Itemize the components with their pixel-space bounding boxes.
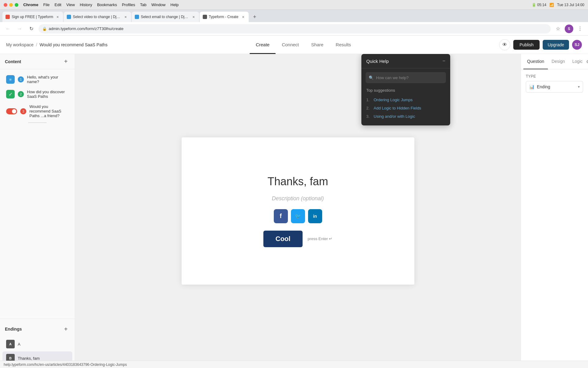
- form-canvas-area: Thanks, fam Description (optional) f 🐦 i…: [75, 54, 521, 368]
- facebook-share-icon[interactable]: f: [274, 209, 288, 223]
- linkedin-share-icon[interactable]: in: [308, 209, 322, 223]
- tab-1-close[interactable]: ✕: [55, 14, 60, 19]
- quick-help-suggestions: Top suggestions 1. Ordering Logic Jumps …: [361, 87, 450, 125]
- tab-1-title: Sign up FREE | Typeform: [12, 15, 53, 19]
- mac-menu-window[interactable]: Window: [151, 2, 165, 7]
- breadcrumb: My workspace / Would you recommend SaaS …: [6, 42, 107, 47]
- form-title[interactable]: Thanks, fam: [267, 175, 328, 188]
- battery-icon: 🔋 05:14: [532, 3, 546, 7]
- breadcrumb-separator: /: [36, 42, 37, 47]
- sidebar-divider: [0, 122, 75, 124]
- tab-2[interactable]: Select video to change | Djang... ✕: [64, 12, 131, 22]
- quick-help-suggestion-1[interactable]: 1. Ordering Logic Jumps: [366, 96, 445, 104]
- question-2-number: 2: [18, 91, 24, 97]
- mac-menu-bookmarks[interactable]: Bookmarks: [97, 2, 117, 7]
- maximize-window-dot[interactable]: [15, 3, 18, 7]
- tab-4-close[interactable]: ✕: [241, 14, 246, 19]
- sidebar-item-question-3[interactable]: 3 Would you recommend SaaS Paths ...a fr…: [2, 102, 72, 121]
- mac-traffic-lights[interactable]: [4, 3, 18, 7]
- suggestion-1-text[interactable]: Ordering Logic Jumps: [374, 98, 413, 102]
- mac-menu-tab[interactable]: Tab: [140, 2, 146, 7]
- quick-help-panel: Quick Help − 🔍 Top suggestions 1. Orderi…: [361, 54, 450, 125]
- twitter-share-icon[interactable]: 🐦: [291, 209, 305, 223]
- mac-menu-history[interactable]: History: [80, 2, 92, 7]
- mac-menu-file[interactable]: File: [43, 2, 50, 7]
- endings-title: Endings: [5, 327, 22, 332]
- minimize-window-dot[interactable]: [9, 3, 13, 7]
- quick-help-title: Quick Help: [366, 59, 389, 64]
- mac-menu-help[interactable]: Help: [171, 2, 179, 7]
- publish-button[interactable]: Publish: [513, 40, 540, 50]
- quick-help-search-bar[interactable]: 🔍: [366, 72, 446, 83]
- right-tab-question[interactable]: Question: [523, 54, 548, 69]
- forward-button[interactable]: →: [15, 25, 24, 33]
- ending-b-text: Thanks, fam: [18, 356, 69, 361]
- back-button[interactable]: ←: [4, 25, 12, 33]
- tab-1[interactable]: Sign up FREE | Typeform ✕: [2, 12, 63, 22]
- sidebar-content-header: Content +: [0, 54, 75, 69]
- press-enter-hint: press Enter ↵: [307, 236, 332, 241]
- quick-help-search-input[interactable]: [376, 75, 443, 80]
- quick-help-suggestion-2[interactable]: 2. Add Logic to Hidden Fields: [366, 104, 445, 112]
- chrome-address-bar: ← → ↻ 🔒 admin.typeform.com/form/z7T30lhu…: [0, 22, 588, 36]
- close-window-dot[interactable]: [4, 3, 7, 7]
- sidebar-item-question-1[interactable]: ≡ 1 Hello, what's your name?: [2, 72, 72, 86]
- sidebar-item-ending-a[interactable]: A A: [2, 337, 72, 351]
- user-profile-icon[interactable]: S: [565, 25, 573, 33]
- form-description[interactable]: Description (optional): [272, 195, 324, 202]
- suggestion-3-text[interactable]: Using and/or with Logic: [374, 114, 415, 119]
- question-3-text: Would you recommend SaaS Paths ...a frie…: [29, 104, 69, 118]
- main-navigation: Create Connect Share Results: [114, 36, 493, 54]
- suggestion-2-text[interactable]: Add Logic to Hidden Fields: [374, 106, 421, 110]
- add-ending-button[interactable]: +: [62, 325, 70, 333]
- question-2-icon: ✓: [6, 90, 15, 98]
- right-panel-content: Type 📊 Ending ▾: [521, 69, 588, 368]
- tab-3-close[interactable]: ✕: [191, 14, 196, 19]
- url-bar[interactable]: 🔒 admin.typeform.com/form/z7T30lhu/creat…: [39, 24, 551, 33]
- tab-4-active[interactable]: Typeform - Create ✕: [200, 12, 249, 22]
- quick-help-search-icon: 🔍: [369, 75, 374, 80]
- reload-button[interactable]: ↻: [27, 25, 36, 33]
- tab-3-title: Select email to change | Djang...: [141, 15, 189, 19]
- browser-status-bar: help.typeform.com/hc/en-us/articles/4403…: [0, 361, 588, 368]
- quick-help-minimize-button[interactable]: −: [443, 58, 445, 64]
- add-question-button[interactable]: +: [62, 58, 70, 66]
- right-tab-design[interactable]: Design: [548, 54, 569, 69]
- preview-button[interactable]: 👁: [499, 39, 510, 50]
- bookmark-icon[interactable]: ☆: [554, 25, 562, 33]
- nav-connect[interactable]: Connect: [276, 36, 305, 54]
- tab-3[interactable]: Select email to change | Djang... ✕: [132, 12, 199, 22]
- mac-menu-view[interactable]: View: [66, 2, 75, 7]
- mac-bar-left: Chrome File Edit View History Bookmarks …: [4, 2, 179, 7]
- sidebar-questions-list: ≡ 1 Hello, what's your name? ✓ 2 How did…: [0, 69, 75, 319]
- suggestion-1-number: 1.: [366, 98, 372, 102]
- type-select-dropdown[interactable]: 📊 Ending ▾: [526, 81, 583, 93]
- mac-menu-edit[interactable]: Edit: [55, 2, 61, 7]
- quick-help-suggestion-3[interactable]: 3. Using and/or with Logic: [366, 112, 445, 121]
- tab-2-close[interactable]: ✕: [123, 14, 128, 19]
- type-icon: 📊: [529, 84, 534, 89]
- header-actions: 👁 Publish Upgrade SJ: [499, 39, 582, 50]
- mac-menu-profiles[interactable]: Profiles: [122, 2, 135, 7]
- upgrade-button[interactable]: Upgrade: [543, 40, 569, 50]
- app-header: My workspace / Would you recommend SaaS …: [0, 36, 588, 54]
- nav-share[interactable]: Share: [305, 36, 330, 54]
- cool-submit-button[interactable]: Cool: [263, 231, 303, 247]
- breadcrumb-current-form: Would you recommend SaaS Paths: [40, 42, 107, 47]
- right-tab-logic[interactable]: Logic: [569, 54, 586, 69]
- nav-results[interactable]: Results: [330, 36, 357, 54]
- endings-header: Endings +: [0, 321, 75, 337]
- url-text: admin.typeform.com/form/z7T30lhu/create: [49, 26, 547, 31]
- status-bar-url: help.typeform.com/hc/en-us/articles/4403…: [4, 362, 127, 367]
- breadcrumb-workspace[interactable]: My workspace: [6, 42, 33, 47]
- sidebar-item-question-2[interactable]: ✓ 2 How did you discover SaaS Paths: [2, 87, 72, 101]
- nav-create[interactable]: Create: [250, 36, 276, 54]
- mac-bar-right: 🔋 05:14 📶 Tue 13 Jul 14:00: [532, 3, 584, 7]
- new-tab-button[interactable]: +: [251, 13, 259, 21]
- right-panel-settings-icon[interactable]: ⚙: [586, 57, 588, 66]
- submit-button-wrap: Cool press Enter ↵: [263, 231, 333, 247]
- lock-icon: 🔒: [42, 27, 47, 31]
- chrome-menu-icon[interactable]: ⋮: [576, 25, 584, 33]
- type-select-text: Ending: [537, 84, 575, 89]
- user-avatar[interactable]: SJ: [572, 40, 582, 50]
